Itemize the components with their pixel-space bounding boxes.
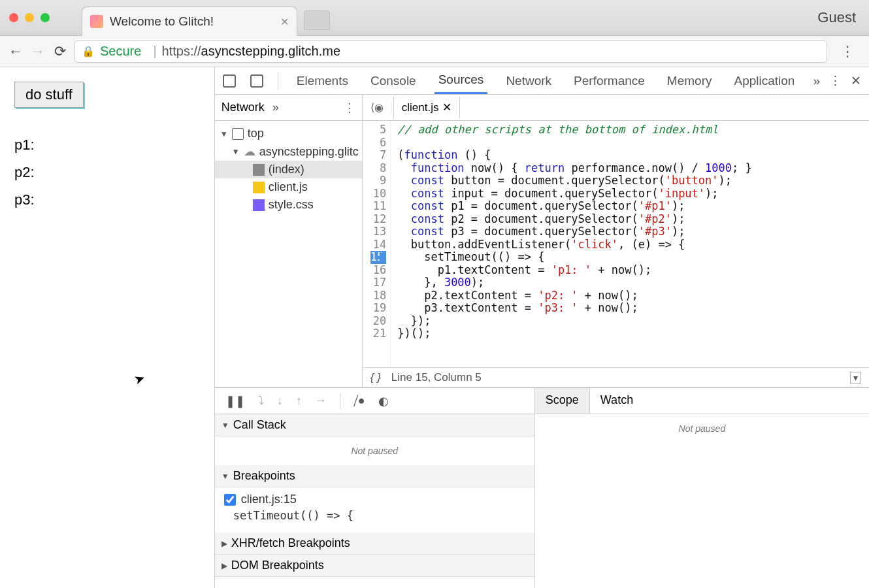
devtools-menu-icon[interactable]: ⋮: [829, 73, 842, 88]
main-content: do stuff p1: p2: p3: Elements Console So…: [0, 67, 869, 588]
tab-elements[interactable]: Elements: [293, 69, 352, 93]
browser-tab[interactable]: Welcome to Glitch! ✕: [82, 7, 297, 36]
close-window-button[interactable]: [9, 13, 18, 22]
inspect-element-icon[interactable]: [223, 74, 236, 88]
xhr-breakpoints-header[interactable]: ▶XHR/fetch Breakpoints: [215, 532, 534, 555]
tab-console[interactable]: Console: [367, 69, 420, 93]
scope-tab[interactable]: Scope: [535, 388, 590, 414]
debugger-toolbar: ❚❚ ⤵ ↓ ↑ → ⧸● ◐: [215, 388, 534, 414]
debugger-left: ❚❚ ⤵ ↓ ↑ → ⧸● ◐ ▼Call Stack Not paused ▼…: [215, 388, 535, 588]
device-toggle-icon[interactable]: [250, 74, 263, 88]
devtools-tabbar: Elements Console Sources Network Perform…: [215, 67, 869, 95]
minimize-window-button[interactable]: [25, 13, 34, 22]
back-button[interactable]: ←: [8, 43, 24, 60]
breakpoint-code: setTimeout(() => {: [224, 506, 525, 527]
callstack-state: Not paused: [215, 436, 534, 465]
editor-tabbar: ⟨◉ client.js ✕: [363, 95, 869, 121]
code-content[interactable]: // add other scripts at the bottom of in…: [391, 121, 759, 367]
editor-statusbar: { } Line 15, Column 5 ▾: [363, 367, 869, 387]
overflow-tabs-icon[interactable]: »: [813, 74, 820, 88]
tab-application[interactable]: Application: [730, 69, 798, 93]
guest-profile-label[interactable]: Guest: [817, 9, 856, 26]
format-icon[interactable]: { }: [370, 371, 381, 384]
code-editor: ⟨◉ client.js ✕ 5678910111213141516171819…: [363, 95, 869, 387]
browser-toolbar: ← → ⟳ 🔒 Secure | https://asyncstepping.g…: [0, 36, 869, 67]
scope-watch-tabs: Scope Watch: [535, 388, 869, 414]
tab-memory[interactable]: Memory: [663, 69, 716, 93]
favicon-icon: [90, 15, 103, 28]
tree-file-stylecss[interactable]: style.css: [215, 196, 362, 214]
watch-tab[interactable]: Watch: [590, 388, 644, 414]
new-tab-button[interactable]: [304, 10, 330, 30]
tab-network[interactable]: Network: [502, 69, 555, 93]
debugger-right: Scope Watch Not paused: [535, 388, 869, 588]
close-devtools-icon[interactable]: ✕: [851, 73, 861, 88]
maximize-window-button[interactable]: [41, 13, 50, 22]
breakpoint-list: client.js:15 setTimeout(() => {: [215, 487, 534, 532]
p3-text: p3:: [14, 191, 200, 208]
step-into-button[interactable]: ↓: [277, 394, 283, 408]
status-toggle-icon[interactable]: ▾: [850, 372, 861, 384]
window-controls: [0, 13, 59, 22]
breakpoints-header[interactable]: ▼Breakpoints: [215, 465, 534, 487]
address-bar[interactable]: 🔒 Secure | https://asyncstepping.glitch.…: [74, 41, 827, 63]
url-host: asyncstepping.glitch.me: [201, 44, 340, 59]
line-gutter[interactable]: 56789101112131415161718192021: [363, 121, 391, 367]
cursor-position: Line 15, Column 5: [391, 371, 482, 384]
pause-exceptions-button[interactable]: ◐: [378, 394, 389, 408]
file-tree: ▼top ▼☁︎asyncstepping.glitc (index) clie…: [215, 121, 362, 218]
breakpoint-item[interactable]: client.js:15: [224, 493, 525, 506]
tree-file-index[interactable]: (index): [215, 161, 362, 178]
page-viewport: do stuff p1: p2: p3:: [0, 67, 215, 588]
tree-file-clientjs[interactable]: client.js: [215, 178, 362, 196]
debugger-panels: ❚❚ ⤵ ↓ ↑ → ⧸● ◐ ▼Call Stack Not paused ▼…: [215, 387, 869, 588]
navigator-overflow-icon[interactable]: »: [272, 101, 279, 114]
url-scheme: https://: [162, 44, 201, 59]
dom-breakpoints-header[interactable]: ▶DOM Breakpoints: [215, 555, 534, 577]
step-out-button[interactable]: ↑: [296, 394, 302, 408]
callstack-header[interactable]: ▼Call Stack: [215, 414, 534, 436]
do-stuff-button[interactable]: do stuff: [14, 82, 84, 108]
tab-sources[interactable]: Sources: [434, 67, 488, 94]
navigator-dropdown[interactable]: Network: [221, 101, 265, 114]
p2-text: p2:: [14, 164, 200, 181]
tab-performance[interactable]: Performance: [570, 69, 649, 93]
step-button[interactable]: →: [315, 394, 327, 408]
step-over-button[interactable]: ⤵: [258, 394, 264, 408]
close-tab-icon[interactable]: ✕: [280, 16, 289, 28]
secure-label: Secure: [100, 44, 141, 59]
navigator-header: Network » ⋮: [215, 95, 362, 121]
forward-button[interactable]: →: [30, 43, 46, 60]
close-file-icon[interactable]: ✕: [442, 101, 451, 114]
devtools-panel: Elements Console Sources Network Perform…: [215, 67, 869, 588]
code-area[interactable]: 56789101112131415161718192021 // add oth…: [363, 121, 869, 367]
tree-root[interactable]: ▼top: [215, 125, 362, 142]
editor-tab-clientjs[interactable]: client.js ✕: [393, 97, 461, 118]
browser-menu-button[interactable]: ⋮: [834, 43, 861, 60]
breakpoint-checkbox[interactable]: [224, 494, 236, 506]
deactivate-breakpoints-button[interactable]: ⧸●: [353, 394, 365, 408]
pause-button[interactable]: ❚❚: [225, 394, 245, 408]
p1-text: p1:: [14, 137, 200, 154]
tree-domain[interactable]: ▼☁︎asyncstepping.glitc: [215, 142, 362, 161]
scope-state: Not paused: [535, 414, 869, 443]
lock-icon: 🔒: [82, 45, 95, 57]
reload-button[interactable]: ⟳: [52, 43, 68, 60]
titlebar: Welcome to Glitch! ✕ Guest: [0, 0, 869, 36]
editor-navigate-icon[interactable]: ⟨◉: [363, 101, 392, 114]
tab-title: Welcome to Glitch!: [110, 14, 214, 29]
sources-navigator: Network » ⋮ ▼top ▼☁︎asyncstepping.glitc …: [215, 95, 363, 387]
navigator-menu-icon[interactable]: ⋮: [344, 101, 355, 115]
